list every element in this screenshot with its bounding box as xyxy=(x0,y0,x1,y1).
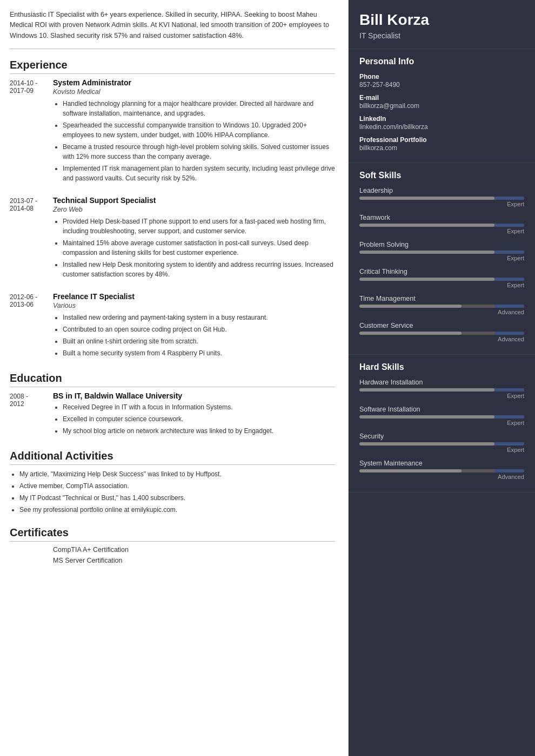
info-label: Professional Portfolio xyxy=(359,136,524,144)
skill-bar xyxy=(359,305,524,308)
activities-title: Additional Activities xyxy=(10,450,335,465)
education-container: 2008 - 2012BS in IT, Baldwin Wallace Uni… xyxy=(10,392,335,438)
edu-date: 2008 - 2012 xyxy=(10,392,53,438)
exp-bullets: Handled technology planning for a major … xyxy=(53,99,335,183)
exp-company: Various xyxy=(53,302,335,309)
hard-skills-title: Hard Skills xyxy=(359,362,524,372)
soft-skills-title: Soft Skills xyxy=(359,171,524,180)
exp-bullets: Provided Help Desk-based IT phone suppor… xyxy=(53,217,335,279)
skill-bar-accent xyxy=(494,278,524,281)
right-panel: Bill Korza IT Specialist Personal Info P… xyxy=(349,0,535,756)
skill-level: Advanced xyxy=(359,336,524,342)
skill-bar xyxy=(359,469,524,473)
skill-bar xyxy=(359,442,524,446)
skill-level: Expert xyxy=(359,201,524,207)
personal-info-container: Phone857-257-8490E-mailbillkorza@gmail.c… xyxy=(359,73,524,152)
activity-item: My article, "Maximizing Help Desk Succes… xyxy=(19,469,335,479)
skill-level: Expert xyxy=(359,420,524,426)
skill-level: Advanced xyxy=(359,474,524,480)
exp-bullet: Built a home security system from 4 Rasp… xyxy=(63,348,335,358)
soft-skills-container: LeadershipExpertTeamworkExpertProblem So… xyxy=(359,187,524,342)
skill-bar-accent xyxy=(494,305,524,308)
hard-skills-section: Hard Skills Hardware InstallationExpertS… xyxy=(349,355,535,492)
exp-bullet: Implemented IT risk management plan to h… xyxy=(63,164,335,183)
info-label: Phone xyxy=(359,73,524,80)
skill-level: Expert xyxy=(359,255,524,261)
exp-content: Freelance IT SpecialistVariousInstalled … xyxy=(53,292,335,360)
skill-bar-fill xyxy=(359,251,494,254)
exp-title: Freelance IT Specialist xyxy=(53,292,335,301)
certificates-section: Certificates CompTIA A+ CertificationMS … xyxy=(10,526,335,564)
skill-name: Problem Solving xyxy=(359,241,524,248)
experience-entry: 2013-07 - 2014-08Technical Support Speci… xyxy=(10,196,335,281)
exp-bullet: Provided Help Desk-based IT phone suppor… xyxy=(63,217,335,236)
personal-info-item: Phone857-257-8490 xyxy=(359,73,524,89)
edu-bullet: Received Degree in IT with a focus in In… xyxy=(63,402,335,412)
skill-level: Expert xyxy=(359,228,524,234)
skill-name: Hardware Installation xyxy=(359,379,524,386)
skill-name: Software Installation xyxy=(359,406,524,413)
skill-item: TeamworkExpert xyxy=(359,214,524,234)
experience-section: Experience 2014-10 - 2017-09System Admin… xyxy=(10,59,335,360)
left-panel: Enthusiastic IT Specialist with 6+ years… xyxy=(0,0,349,756)
skill-bar xyxy=(359,415,524,418)
exp-title: System Administrator xyxy=(53,78,335,87)
skill-bar xyxy=(359,278,524,281)
skill-bar xyxy=(359,251,524,254)
skill-bar-fill xyxy=(359,305,462,308)
personal-info-item: E-mailbillkorza@gmail.com xyxy=(359,94,524,110)
summary: Enthusiastic IT Specialist with 6+ years… xyxy=(10,10,335,49)
exp-bullets: Installed new ordering and payment-takin… xyxy=(53,313,335,358)
certificate-item: MS Server Certification xyxy=(10,557,335,564)
skill-name: Teamwork xyxy=(359,214,524,221)
personal-info-item: Professional Portfoliobillkorza.com xyxy=(359,136,524,152)
right-header: Bill Korza IT Specialist xyxy=(349,0,535,49)
education-title: Education xyxy=(10,372,335,387)
skill-level: Expert xyxy=(359,282,524,288)
skill-item: Customer ServiceAdvanced xyxy=(359,322,524,342)
exp-content: Technical Support SpecialistZero WebProv… xyxy=(53,196,335,281)
exp-company: Kovisto Medical xyxy=(53,88,335,96)
exp-bullet: Handled technology planning for a major … xyxy=(63,99,335,118)
experience-entry: 2014-10 - 2017-09System AdministratorKov… xyxy=(10,78,335,185)
skill-bar-fill xyxy=(359,332,462,335)
activity-item: Active member, CompTIA association. xyxy=(19,481,335,491)
skill-bar-fill xyxy=(359,442,494,446)
education-section: Education 2008 - 2012BS in IT, Baldwin W… xyxy=(10,372,335,438)
skill-bar-fill xyxy=(359,224,494,227)
exp-date: 2013-07 - 2014-08 xyxy=(10,196,53,281)
activity-item: My IT Podcast "Technical or Bust," has 1… xyxy=(19,493,335,503)
exp-bullet: Spearheaded the successful companywide t… xyxy=(63,120,335,140)
exp-date: 2012-06 - 2013-06 xyxy=(10,292,53,360)
exp-bullet: Contributed to an open source coding pro… xyxy=(63,325,335,334)
exp-bullet: Became a trusted resource through high-l… xyxy=(63,142,335,161)
skill-bar-fill xyxy=(359,415,494,418)
info-label: LinkedIn xyxy=(359,115,524,123)
skill-item: Hardware InstallationExpert xyxy=(359,379,524,399)
skill-bar-fill xyxy=(359,278,494,281)
experience-container: 2014-10 - 2017-09System AdministratorKov… xyxy=(10,78,335,360)
skill-bar xyxy=(359,224,524,227)
info-label: E-mail xyxy=(359,94,524,102)
personal-info-title: Personal Info xyxy=(359,57,524,66)
experience-title: Experience xyxy=(10,59,335,74)
info-value: billkorza@gmail.com xyxy=(359,102,524,110)
skill-level: Expert xyxy=(359,393,524,399)
candidate-name: Bill Korza xyxy=(359,11,524,29)
info-value: 857-257-8490 xyxy=(359,81,524,89)
exp-bullet: Installed new Help Desk monitoring syste… xyxy=(63,260,335,279)
activity-item: See my professional portfolio online at … xyxy=(19,505,335,515)
skill-name: Critical Thinking xyxy=(359,268,524,275)
skill-bar xyxy=(359,197,524,200)
candidate-title: IT Specialist xyxy=(359,31,524,40)
exp-company: Zero Web xyxy=(53,206,335,213)
exp-date: 2014-10 - 2017-09 xyxy=(10,78,53,185)
skill-level: Expert xyxy=(359,447,524,453)
exp-title: Technical Support Specialist xyxy=(53,196,335,205)
skill-bar-accent xyxy=(494,332,524,335)
skill-name: Time Management xyxy=(359,295,524,302)
skill-name: Security xyxy=(359,433,524,440)
skill-item: System MaintenanceAdvanced xyxy=(359,460,524,480)
skill-item: Time ManagementAdvanced xyxy=(359,295,524,315)
personal-info-item: LinkedInlinkedin.com/in/billkorza xyxy=(359,115,524,131)
